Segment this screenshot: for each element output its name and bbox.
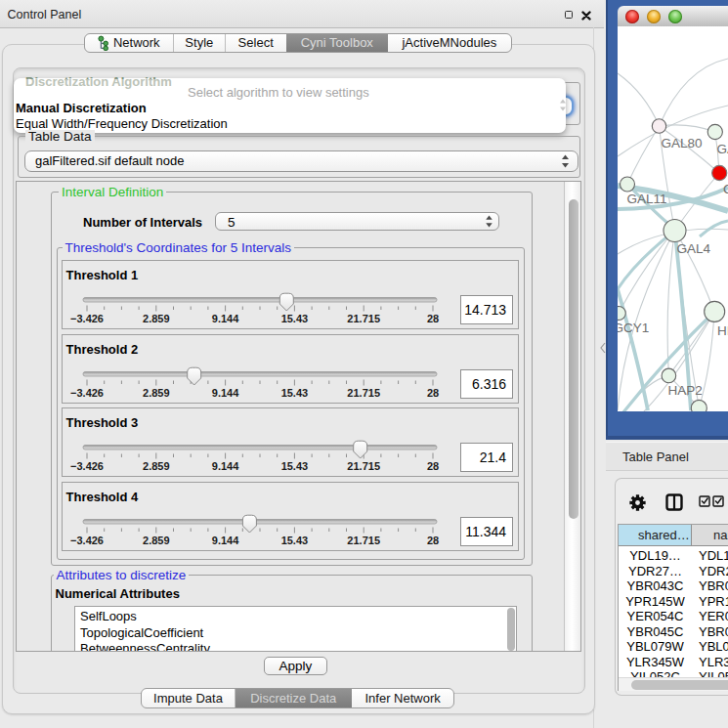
svg-text:2.859: 2.859 — [143, 460, 170, 472]
svg-text:GAL80: GAL80 — [662, 136, 703, 150]
svg-text:21.715: 21.715 — [347, 313, 380, 324]
svg-text:15.43: 15.43 — [281, 386, 309, 398]
svg-text:CYC8: CYC8 — [723, 182, 728, 196]
svg-text:−3.426: −3.426 — [70, 534, 104, 545]
svg-text:2.859: 2.859 — [143, 386, 170, 398]
svg-text:9.144: 9.144 — [212, 313, 239, 324]
svg-text:21.715: 21.715 — [347, 386, 380, 398]
svg-text:9.144: 9.144 — [212, 460, 239, 472]
svg-text:2.859: 2.859 — [143, 313, 170, 324]
svg-text:GCY1: GCY1 — [618, 321, 649, 335]
svg-text:−3.426: −3.426 — [70, 460, 104, 472]
svg-text:9.144: 9.144 — [212, 534, 239, 545]
svg-text:15.43: 15.43 — [281, 534, 309, 545]
svg-text:−3.426: −3.426 — [70, 313, 104, 324]
svg-text:GAL3: GAL3 — [717, 142, 728, 156]
svg-text:9.144: 9.144 — [212, 386, 239, 398]
svg-text:GAL11: GAL11 — [627, 192, 667, 206]
svg-text:2.859: 2.859 — [143, 534, 170, 545]
svg-text:HIS4: HIS4 — [717, 323, 728, 338]
svg-text:28: 28 — [427, 534, 439, 545]
svg-text:28: 28 — [427, 313, 439, 324]
svg-text:21.715: 21.715 — [347, 534, 380, 545]
svg-text:GAL4: GAL4 — [677, 241, 711, 256]
svg-text:−3.426: −3.426 — [70, 386, 104, 398]
svg-text:28: 28 — [427, 460, 439, 472]
svg-text:15.43: 15.43 — [281, 313, 309, 324]
svg-text:HAP2: HAP2 — [668, 383, 703, 398]
svg-text:21.715: 21.715 — [347, 460, 380, 472]
svg-text:15.43: 15.43 — [281, 460, 309, 472]
svg-text:28: 28 — [427, 386, 439, 398]
